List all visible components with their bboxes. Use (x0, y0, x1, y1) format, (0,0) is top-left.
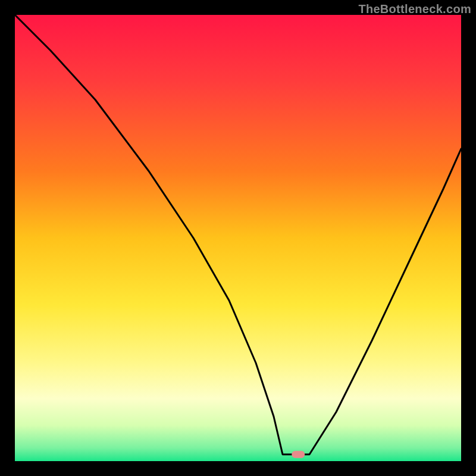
gradient-background (15, 15, 461, 461)
chart-container: TheBottleneck.com (0, 0, 476, 476)
optimum-marker (292, 451, 305, 458)
plot-area (15, 15, 461, 461)
watermark-text: TheBottleneck.com (358, 2, 471, 16)
chart-svg (15, 15, 461, 461)
